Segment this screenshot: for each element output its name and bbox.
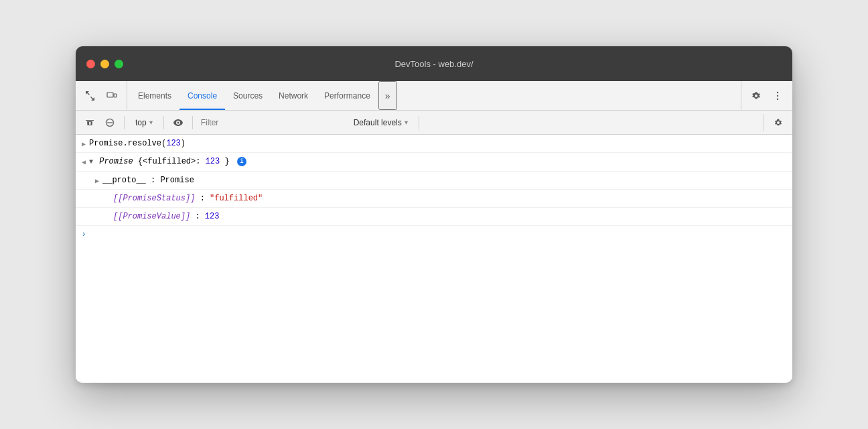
- tab-sources[interactable]: Sources: [225, 81, 271, 110]
- console-input-row: ›: [76, 226, 792, 243]
- tab-network[interactable]: Network: [271, 81, 316, 110]
- row-5-arrow: [102, 210, 113, 223]
- console-row-5: [[PromiseValue]] : 123: [76, 208, 792, 226]
- window-title: DevTools - web.dev/: [394, 59, 473, 69]
- svg-point-2: [777, 91, 778, 93]
- row-1-text: Promise.resolve(: [89, 139, 166, 148]
- console-input[interactable]: [89, 230, 787, 239]
- toolbar-divider-2: [163, 116, 164, 129]
- traffic-lights: [86, 60, 123, 68]
- tab-console[interactable]: Console: [179, 81, 225, 110]
- toolbar-divider-4: [419, 116, 419, 129]
- block-requests-button[interactable]: [101, 114, 119, 131]
- default-levels-button[interactable]: Default levels ▾: [348, 114, 413, 131]
- row-2-content: ▼ Promise {<fulfilled>: 123 } i: [89, 156, 787, 168]
- minimize-button[interactable]: [100, 60, 109, 68]
- tab-elements[interactable]: Elements: [130, 81, 179, 110]
- row-3-content: __proto__ : Promise: [102, 174, 787, 186]
- live-expressions-button[interactable]: [169, 114, 187, 131]
- console-content: ▶ Promise.resolve(123) ◀ ▼ Promise {<ful…: [76, 135, 792, 383]
- console-row-3: ▶ __proto__ : Promise: [76, 172, 792, 190]
- toolbar-divider-3: [192, 116, 193, 129]
- row-2-italic: Promise: [99, 157, 133, 166]
- more-options-button[interactable]: [768, 86, 787, 105]
- toolbar-divider-1: [124, 116, 125, 129]
- tab-performance[interactable]: Performance: [316, 81, 378, 110]
- tab-bar-right: [741, 81, 787, 110]
- tab-bar: Elements Console Sources Network Perform…: [76, 81, 792, 111]
- tab-bar-icon-group: [81, 81, 127, 110]
- console-prompt-arrow: ›: [78, 229, 89, 241]
- console-toolbar: top ▾ Default levels ▾: [76, 111, 792, 135]
- filter-input[interactable]: [198, 115, 346, 131]
- row-3-arrow[interactable]: ▶: [92, 174, 102, 186]
- row-2-back-arrow[interactable]: ◀: [78, 156, 89, 168]
- svg-point-3: [777, 95, 778, 96]
- row-4-content: [[PromiseStatus]] : "fulfilled": [113, 192, 787, 204]
- svg-point-4: [777, 98, 778, 99]
- info-badge[interactable]: i: [237, 157, 246, 166]
- console-settings-button[interactable]: [770, 114, 787, 131]
- svg-rect-0: [107, 93, 113, 97]
- console-row-2: ◀ ▼ Promise {<fulfilled>: 123 } i: [76, 153, 792, 172]
- row-1-content: Promise.resolve(123): [89, 137, 787, 149]
- close-button[interactable]: [86, 60, 95, 68]
- context-selector[interactable]: top ▾: [130, 114, 158, 131]
- row-1-num: 123: [166, 139, 181, 148]
- row-2-expand-arrow[interactable]: ▼: [89, 156, 93, 168]
- console-row-4: [[PromiseStatus]] : "fulfilled": [76, 190, 792, 208]
- settings-button[interactable]: [747, 86, 766, 105]
- console-toolbar-right: [764, 114, 787, 131]
- row-4-arrow: [102, 192, 113, 204]
- title-bar: DevTools - web.dev/: [76, 46, 792, 81]
- tab-more-button[interactable]: »: [378, 81, 397, 110]
- clear-console-button[interactable]: [81, 114, 98, 131]
- device-toolbar-button[interactable]: [102, 86, 121, 105]
- row-1-arrow[interactable]: ▶: [78, 137, 89, 149]
- svg-rect-1: [114, 94, 117, 97]
- row-5-content: [[PromiseValue]] : 123: [113, 210, 787, 223]
- devtools-window: DevTools - web.dev/ Elements Console So: [76, 46, 792, 383]
- inspect-element-button[interactable]: [81, 86, 100, 105]
- console-row-1: ▶ Promise.resolve(123): [76, 135, 792, 153]
- maximize-button[interactable]: [115, 60, 123, 68]
